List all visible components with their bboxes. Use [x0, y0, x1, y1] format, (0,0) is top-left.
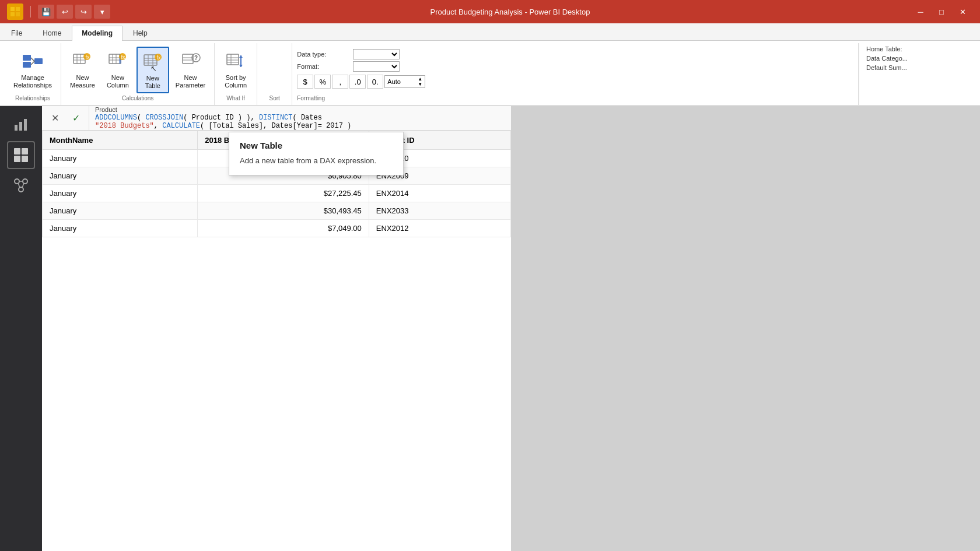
table-row[interactable]: January $30,493.45 ENX2033	[43, 202, 511, 220]
minimize-button[interactable]: ─	[910, 0, 931, 23]
ribbon-properties: Home Table: Data Catego... Default Sum..…	[859, 43, 975, 105]
formula-calculate: CALCULATE	[162, 122, 200, 130]
sidebar	[0, 106, 42, 551]
new-parameter-label: NewParameter	[176, 74, 205, 89]
currency-button[interactable]: $	[297, 75, 313, 89]
new-column-button[interactable]: fx NewColumn	[102, 47, 134, 92]
ribbon-group-sort: Sort	[257, 43, 292, 105]
formula-paren3: ) ),	[234, 114, 259, 122]
ribbon-group-formatting: Data type: Format: $ % , .0 0. Auto ▲	[292, 43, 859, 105]
col-header-monthname[interactable]: MonthName	[43, 131, 198, 150]
formula-paren1: (	[137, 114, 141, 122]
formula-paren2: (	[183, 114, 191, 122]
cell-month: January	[43, 220, 198, 237]
close-button[interactable]: ✕	[952, 0, 973, 23]
tab-modeling[interactable]: Modeling	[72, 26, 123, 41]
cell-product: ENX2014	[369, 185, 510, 202]
redo-button[interactable]: ↪	[75, 5, 92, 19]
cell-month: January	[43, 185, 198, 202]
cell-budget: $27,225.45	[198, 185, 369, 202]
percent-button[interactable]: %	[314, 75, 331, 89]
svg-text:fx: fx	[86, 54, 90, 60]
number-format-row: $ % , .0 0. Auto ▲▼	[297, 75, 853, 89]
tooltip-title: New Table	[240, 141, 393, 150]
format-label: Format:	[297, 63, 349, 70]
comma-button[interactable]: ,	[332, 75, 348, 89]
formula-table-name: Product	[95, 106, 505, 113]
svg-point-51	[19, 187, 23, 192]
table-row[interactable]: January $27,225.45 ENX2014	[43, 185, 511, 202]
svg-rect-45	[14, 148, 20, 155]
auto-label: Auto	[387, 78, 401, 85]
auto-spinner[interactable]: ▲▼	[418, 76, 422, 87]
title-bar: 💾 ↩ ↪ ▾ Product Budgeting Analysis - Pow…	[0, 0, 980, 23]
relationships-group-label: Relationships	[15, 93, 50, 104]
new-table-button[interactable]: fx ↖ NewTable	[136, 47, 169, 93]
quick-access-button[interactable]: ▾	[94, 5, 110, 19]
sidebar-icon-data[interactable]	[7, 141, 35, 169]
datatype-label: Data type:	[297, 51, 349, 58]
format-row: Format:	[297, 61, 853, 72]
ribbon: ManageRelationships Relationships fx	[0, 41, 980, 106]
formatting-group-label: Formatting	[297, 93, 325, 104]
svg-rect-44	[24, 119, 27, 131]
table-row[interactable]: January $7,049.00 ENX2012	[43, 220, 511, 237]
svg-text:fx: fx	[121, 54, 125, 60]
new-table-tooltip: New Table Add a new table from a DAX exp…	[229, 132, 404, 176]
svg-rect-37	[227, 54, 239, 65]
decimal-inc-button[interactable]: 0.	[367, 75, 383, 89]
cell-budget: $7,049.00	[198, 220, 369, 237]
svg-text:fx: fx	[156, 55, 161, 61]
sort-by-column-button[interactable]: Sort byColumn	[219, 47, 252, 92]
svg-rect-5	[23, 62, 31, 68]
datatype-dropdown[interactable]	[353, 49, 400, 59]
editor-area: ✕ ✓ Product ADDCOLUMNS( CROSSJOIN( Produ…	[42, 106, 511, 551]
save-button[interactable]: 💾	[38, 5, 54, 19]
tab-home[interactable]: Home	[33, 26, 71, 41]
svg-rect-6	[34, 58, 43, 64]
formula-cancel-button[interactable]: ✕	[47, 110, 63, 127]
decimal-dec-button[interactable]: .0	[349, 75, 366, 89]
svg-line-7	[31, 58, 34, 61]
formula-crossjoin: CROSSJOIN	[145, 114, 183, 122]
svg-text:?: ?	[194, 55, 198, 61]
ribbon-tabs: File Home Modeling Help	[0, 23, 980, 41]
new-parameter-icon: ?	[179, 50, 202, 73]
ribbon-group-calculations: fx NewMeasure fx	[61, 43, 215, 105]
svg-rect-42	[15, 125, 18, 131]
sidebar-icon-report[interactable]	[7, 111, 35, 139]
svg-rect-0	[10, 7, 15, 11]
maximize-button[interactable]: □	[931, 0, 952, 23]
datacategory-row: Data Catego...	[866, 55, 968, 62]
format-dropdown[interactable]	[353, 61, 400, 72]
tab-help[interactable]: Help	[123, 26, 158, 41]
formula-text-line2: "2018 Budgets", CALCULATE( [Total Sales]…	[95, 122, 505, 130]
new-parameter-button[interactable]: ? NewParameter	[172, 47, 209, 92]
tab-file[interactable]: File	[1, 26, 32, 41]
sidebar-icon-model[interactable]	[7, 171, 35, 199]
svg-rect-1	[16, 7, 20, 11]
defaultsum-label: Default Sum...	[866, 64, 907, 71]
ribbon-group-whatif: Sort byColumn What If	[215, 43, 257, 105]
svg-rect-43	[19, 122, 22, 131]
calculations-group-label: Calculations	[122, 93, 153, 104]
cell-month: January	[43, 150, 198, 167]
relationships-buttons: ManageRelationships	[9, 44, 56, 93]
formula-confirm-button[interactable]: ✓	[68, 110, 84, 127]
app-title: Product Budgeting Analysis - Power BI De…	[115, 8, 905, 16]
svg-rect-4	[23, 55, 31, 61]
new-measure-icon: fx	[71, 50, 94, 73]
svg-rect-3	[16, 12, 20, 16]
svg-point-49	[15, 179, 19, 184]
new-measure-button[interactable]: fx NewMeasure	[66, 47, 99, 92]
cell-month: January	[43, 167, 198, 185]
svg-rect-2	[10, 12, 15, 16]
undo-button[interactable]: ↩	[57, 5, 73, 19]
cell-month: January	[43, 202, 198, 220]
manage-relationships-button[interactable]: ManageRelationships	[9, 47, 56, 92]
sort-by-column-icon	[224, 50, 247, 73]
new-column-icon: fx	[106, 50, 130, 73]
ribbon-group-relationships: ManageRelationships Relationships	[5, 43, 61, 105]
formula-distinct: DISTINCT	[259, 114, 293, 122]
svg-rect-48	[22, 156, 28, 162]
